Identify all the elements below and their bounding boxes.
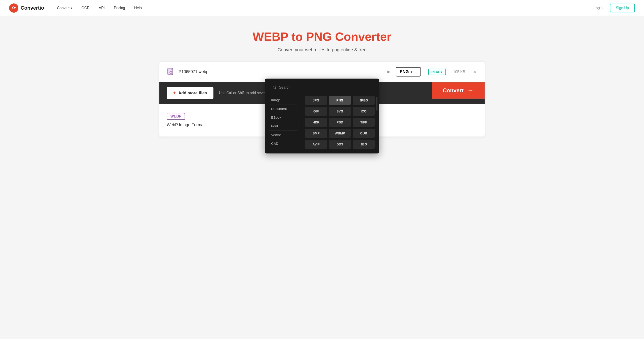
nav-item-api[interactable]: API [95, 4, 108, 12]
nav-item-pricing[interactable]: Pricing [110, 4, 129, 12]
format-png[interactable]: PNG [329, 96, 351, 105]
logo-icon: ⟳ [9, 4, 18, 12]
category-list: Image Document EBook Font Vector CAD [269, 96, 302, 149]
search-icon [272, 86, 277, 90]
convert-arrow-icon: → [467, 87, 474, 94]
login-button[interactable]: Login [590, 4, 606, 12]
signup-button[interactable]: Sign Up [610, 4, 635, 12]
category-vector[interactable]: Vector [269, 130, 298, 139]
logo[interactable]: ⟳ Convertio [9, 4, 44, 12]
format-dropdown: Image Document EBook Font Vector CAD JPG… [265, 78, 379, 154]
format-tiff[interactable]: TIFF [353, 118, 375, 127]
format-bmp[interactable]: BMP [305, 129, 327, 138]
convert-button[interactable]: Convert → [432, 82, 484, 99]
format-selector[interactable]: PNG ▾ [396, 67, 421, 76]
category-ebook[interactable]: EBook [269, 113, 298, 122]
format-psd[interactable]: PSD [329, 118, 351, 127]
search-input[interactable] [279, 86, 372, 90]
format-ico[interactable]: ICO [353, 107, 375, 116]
format-cur[interactable]: CUR [353, 129, 375, 138]
format-svg[interactable]: SVG [329, 107, 351, 116]
file-size: 105 KB [453, 70, 465, 74]
dropdown-content: Image Document EBook Font Vector CAD JPG… [269, 96, 375, 149]
nav-item-ocr[interactable]: OCR [78, 4, 94, 12]
nav: Convert ▾ OCR API Pricing Help [53, 4, 590, 12]
svg-point-6 [273, 86, 276, 88]
category-document[interactable]: Document [269, 104, 298, 113]
format-dds[interactable]: DDS [329, 140, 351, 149]
format-hdr[interactable]: HDR [305, 118, 327, 127]
close-button[interactable]: × [472, 68, 477, 76]
to-label: to [387, 70, 390, 74]
format-jpg[interactable]: JPG [305, 96, 327, 105]
logo-text: Convertio [20, 5, 44, 11]
header: ⟳ Convertio Convert ▾ OCR API Pricing He… [0, 0, 644, 16]
svg-text:⟳: ⟳ [12, 6, 16, 10]
format-description: WebP Image Format [167, 122, 204, 127]
format-wbmp[interactable]: WBMP [329, 129, 351, 138]
page-subtitle: Convert your webp files to png online & … [160, 47, 484, 52]
category-font[interactable]: Font [269, 122, 298, 130]
category-image[interactable]: Image [269, 96, 298, 104]
page-title: WEBP to PNG Converter [160, 30, 484, 44]
main-content: WEBP to PNG Converter Convert your webp … [150, 16, 494, 146]
svg-line-7 [275, 88, 276, 89]
scrollbar[interactable] [376, 97, 378, 111]
format-chevron-icon: ▾ [411, 70, 412, 74]
converter-box: P1065071.webp to PNG ▾ READY 105 KB × + … [160, 62, 484, 136]
format-jpeg[interactable]: JPEG [353, 96, 375, 105]
format-grid: JPG PNG JPEG GIF SVG ICO HDR PSD TIFF BM… [302, 96, 375, 149]
format-badge: WEBP [167, 113, 185, 120]
format-info: WEBP WebP Image Format [167, 113, 204, 127]
nav-item-help[interactable]: Help [130, 4, 146, 12]
format-gif[interactable]: GIF [305, 107, 327, 116]
format-avif[interactable]: AVIF [305, 140, 327, 149]
header-actions: Login Sign Up [590, 4, 635, 12]
search-row [269, 83, 375, 92]
file-icon [167, 68, 175, 76]
add-files-button[interactable]: + Add more files [167, 87, 214, 99]
format-jbg[interactable]: JBG [353, 140, 375, 149]
selected-format: PNG [400, 70, 409, 74]
file-name: P1065071.webp [179, 70, 382, 74]
chevron-down-icon: ▾ [71, 6, 72, 10]
ready-badge: READY [428, 69, 446, 75]
plus-icon: + [173, 90, 176, 96]
category-cad[interactable]: CAD [269, 139, 298, 148]
nav-item-convert[interactable]: Convert ▾ [53, 4, 76, 12]
